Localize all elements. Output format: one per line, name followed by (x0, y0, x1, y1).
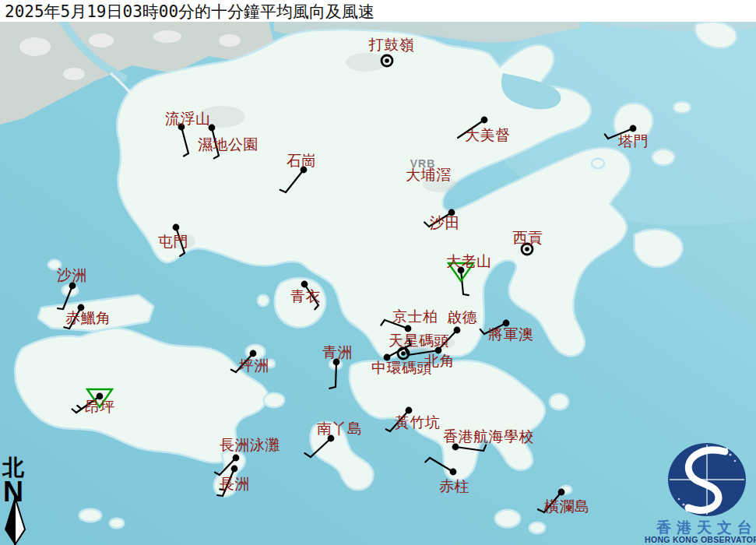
station-dot (450, 469, 457, 476)
station-dot (406, 407, 413, 414)
hko-name-chinese: 香港天文台 (656, 519, 756, 536)
wind-barb-tick (463, 294, 469, 295)
station-label: 屯門 (158, 234, 188, 250)
urban-patch (346, 53, 386, 72)
urban-patch (63, 68, 85, 80)
station-label: 大埔滘 (406, 167, 452, 183)
islet (592, 160, 603, 167)
islet (674, 103, 690, 112)
station-label: 昂坪 (85, 399, 115, 415)
station-dot (250, 350, 257, 357)
station-label: 將軍澳 (488, 326, 534, 343)
land-ma-wan (258, 296, 268, 305)
wind-barb-tick (409, 339, 410, 345)
dot (678, 498, 680, 501)
station-label: 黃竹坑 (395, 414, 441, 431)
dot (682, 503, 684, 505)
station-dot (558, 489, 565, 496)
station-label: 長洲 (220, 476, 250, 492)
station-label: 大老山 (446, 253, 492, 269)
station-label: 濕地公園 (198, 136, 258, 153)
station-label: 天星碼頭 (389, 332, 449, 349)
station-label: 坪洲 (238, 357, 269, 374)
station-dot (231, 466, 238, 473)
station-dot (385, 58, 389, 63)
station-label: 流浮山 (165, 111, 211, 127)
land-soko-islands (80, 510, 100, 521)
map-title: 2025年5月19日03時00分的十分鐘平均風向及風速 (5, 2, 374, 21)
dot (686, 510, 688, 512)
dot (729, 453, 731, 455)
station-label: 青洲 (322, 344, 353, 360)
land-hei-ling-chau (265, 394, 283, 406)
station-dot (401, 351, 406, 356)
wind-barb-tick (58, 308, 63, 309)
station-dot (209, 125, 216, 132)
station-label: 沙洲 (57, 267, 87, 283)
station-label: 長洲泳灘 (220, 437, 280, 453)
dot (726, 448, 729, 450)
station-dot (481, 117, 488, 124)
station-label: 沙田 (430, 215, 460, 231)
station-label: 青衣 (290, 288, 321, 304)
station-label: 中環碼頭 (371, 360, 432, 376)
islet (111, 519, 123, 527)
land-high-island (635, 230, 681, 266)
station-dot (233, 455, 240, 462)
station-dot (301, 281, 308, 288)
station-dot (405, 325, 412, 332)
station-label: 啟德 (447, 309, 477, 325)
station-label: 打鼓嶺 (368, 37, 415, 53)
station-label: 南丫島 (317, 420, 363, 437)
station-label: 塔門 (617, 133, 649, 149)
station-label: 赤柱 (439, 478, 469, 494)
land-po-toi (496, 511, 519, 526)
wind-barb-tick (217, 495, 223, 496)
station-dot (454, 327, 461, 334)
station-label: 大美督 (465, 127, 511, 143)
wind-barb-staff (336, 362, 336, 387)
hk-wind-map: 打鼓嶺流浮山濕地公園石崗大美督塔門VRB大埔滘沙田屯門西貢沙洲赤鱲角大老山青衣京… (0, 0, 756, 545)
dot (734, 460, 737, 462)
land-tung-lung (550, 395, 568, 409)
urban-patch (89, 33, 114, 47)
station-label: 石崗 (287, 153, 317, 169)
hko-name-english: HONG KONG OBSERVATORY (645, 535, 756, 544)
station-label: 京士柏 (392, 308, 438, 325)
urban-patch (153, 30, 181, 43)
station-label: 橫瀾島 (543, 498, 590, 515)
urban-patch (219, 34, 241, 47)
hko-wind-map-screenshot: 打鼓嶺流浮山濕地公園石崗大美督塔門VRB大埔滘沙田屯門西貢沙洲赤鱲角大老山青衣京… (0, 0, 756, 545)
station-dot (525, 247, 529, 251)
station-dot (173, 224, 180, 231)
station-label: 赤鱲角 (65, 310, 111, 326)
station-dot (630, 125, 637, 132)
station-label: 西貢 (513, 230, 543, 246)
urban-patch (19, 37, 51, 56)
station-label: 香港航海學校 (443, 428, 534, 445)
islet (530, 523, 544, 533)
islet (653, 150, 673, 164)
